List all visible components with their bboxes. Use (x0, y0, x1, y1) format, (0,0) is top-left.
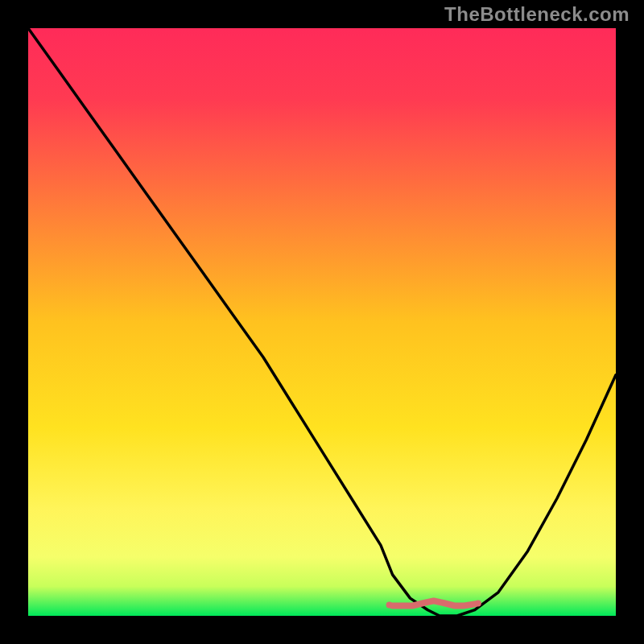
watermark-text: TheBottleneck.com (444, 3, 630, 26)
bottleneck-chart (0, 0, 644, 644)
chart-container: TheBottleneck.com (0, 0, 644, 644)
gradient-background (28, 28, 616, 616)
